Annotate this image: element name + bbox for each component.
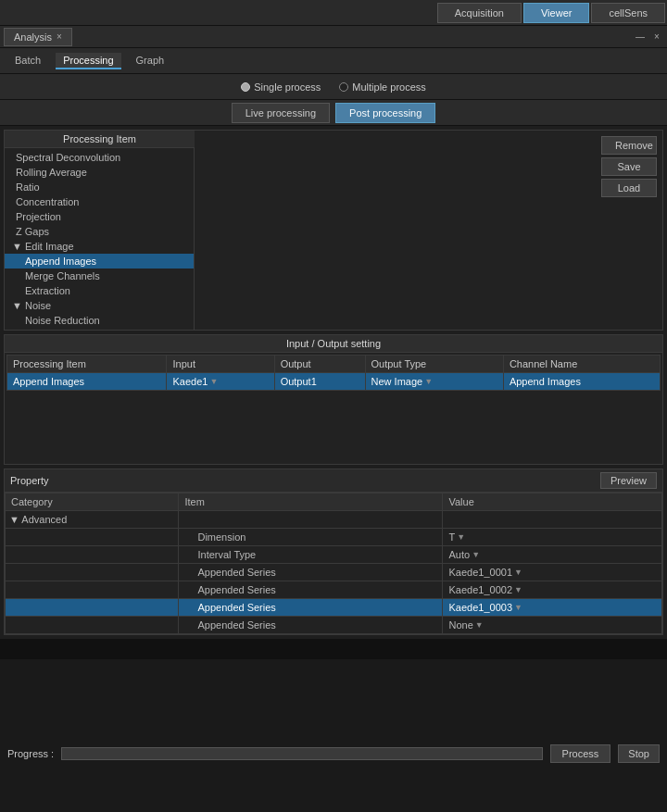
process-button[interactable]: Process	[550, 744, 611, 763]
io-input-value: Kaede1	[172, 376, 208, 387]
save-button[interactable]: Save	[601, 157, 657, 176]
prop-series3-item: Appended Series	[179, 599, 443, 617]
acquisition-button[interactable]: Acquisition	[437, 3, 522, 23]
io-table-wrapper: Processing Item Input Output Output Type…	[5, 353, 662, 464]
prop-row-dimension[interactable]: Dimension T ▼	[6, 529, 662, 546]
single-process-option[interactable]: Single process	[241, 81, 321, 93]
multiple-process-option[interactable]: Multiple process	[339, 81, 425, 93]
proc-item-append-images[interactable]: Append Images	[5, 254, 194, 269]
series1-dropdown-arrow[interactable]: ▼	[514, 568, 522, 577]
separator	[0, 639, 667, 657]
prop-dimension-item: Dimension	[179, 529, 443, 546]
prop-row-interval-type[interactable]: Interval Type Auto ▼	[6, 546, 662, 564]
proc-item-noise-reduction[interactable]: Noise Reduction	[5, 313, 194, 328]
prop-row-series-1[interactable]: Appended Series Kaede1_0001 ▼	[6, 564, 662, 581]
io-output-type-dropdown-arrow[interactable]: ▼	[424, 377, 433, 386]
top-bar: Acquisition Viewer cellSens	[0, 0, 667, 26]
stop-button[interactable]: Stop	[618, 744, 660, 763]
series1-val: Kaede1_0001	[448, 567, 512, 578]
close-button[interactable]: ×	[650, 31, 663, 42]
prop-series1-cat	[6, 564, 179, 581]
io-panel-title: Input / Output setting	[5, 335, 662, 353]
prop-row-series-2[interactable]: Appended Series Kaede1_0002 ▼	[6, 581, 662, 599]
io-cell-output-type: New Image ▼	[365, 373, 503, 391]
prop-row-category: ▼ Advanced	[6, 511, 662, 529]
prop-series3-value: Kaede1_0003 ▼	[443, 599, 662, 617]
io-row-0[interactable]: Append Images Kaede1 ▼ Output1 New Image	[7, 373, 661, 391]
tab-batch[interactable]: Batch	[7, 53, 48, 69]
proc-item-projection[interactable]: Projection	[5, 209, 194, 224]
proc-section-edit-image[interactable]: ▼ Edit Image	[5, 239, 194, 254]
series2-dropdown-arrow[interactable]: ▼	[514, 585, 522, 594]
series4-dropdown-arrow[interactable]: ▼	[475, 620, 484, 630]
proc-item-spectral[interactable]: Spectral Deconvolution	[5, 150, 194, 165]
processing-item-panel: Processing Item Spectral Deconvolution R…	[4, 130, 663, 331]
multiple-process-radio[interactable]	[339, 82, 348, 92]
tab-graph[interactable]: Graph	[129, 53, 172, 69]
prop-interval-value: Auto ▼	[443, 546, 662, 564]
load-button[interactable]: Load	[601, 179, 657, 197]
analysis-tab-bar: Analysis × — ×	[0, 26, 667, 48]
prop-row-series-4[interactable]: Appended Series None ▼	[6, 617, 662, 634]
io-cell-proc: Append Images	[7, 373, 167, 391]
post-processing-button[interactable]: Post processing	[335, 103, 435, 123]
prop-series2-item: Appended Series	[179, 581, 443, 599]
io-panel: Input / Output setting Processing Item I…	[4, 334, 663, 465]
viewer-button[interactable]: Viewer	[523, 3, 589, 23]
prop-series4-item: Appended Series	[179, 617, 443, 634]
minimize-button[interactable]: —	[634, 31, 647, 42]
io-table: Processing Item Input Output Output Type…	[6, 355, 661, 391]
processing-item-title: Processing Item	[5, 131, 195, 148]
progress-label: Progress :	[7, 748, 54, 759]
sub-tab-bar: Batch Processing Graph	[0, 48, 667, 74]
processing-right-buttons: Remove Save Load	[596, 131, 662, 330]
proc-section-noise[interactable]: ▼ Noise	[5, 298, 194, 313]
proc-item-ratio[interactable]: Ratio	[5, 180, 194, 194]
analysis-tab-close[interactable]: ×	[57, 31, 62, 42]
io-output-type-value: New Image	[371, 376, 423, 387]
property-panel-header: Property Preview	[5, 469, 662, 493]
io-cell-input: Kaede1 ▼	[167, 373, 274, 391]
proc-item-extraction[interactable]: Extraction	[5, 283, 194, 298]
analysis-tab-label: Analysis	[14, 31, 52, 43]
live-processing-button[interactable]: Live processing	[232, 103, 330, 123]
series3-dropdown-arrow[interactable]: ▼	[514, 603, 522, 612]
proc-item-merge-channels[interactable]: Merge Channels	[5, 269, 194, 283]
multiple-process-label: Multiple process	[352, 81, 425, 93]
prop-series4-cat	[6, 617, 179, 634]
io-cell-output: Output1	[274, 373, 365, 391]
proc-item-zgaps[interactable]: Z Gaps	[5, 224, 194, 239]
interval-dropdown-arrow[interactable]: ▼	[472, 550, 480, 559]
processing-item-content: Processing Item Spectral Deconvolution R…	[5, 131, 662, 330]
series4-val: None	[448, 619, 472, 631]
prop-col-value: Value	[443, 493, 662, 511]
tab-processing[interactable]: Processing	[56, 53, 120, 69]
io-col-output-type: Output Type	[365, 356, 503, 373]
prop-series2-cat	[6, 581, 179, 599]
prop-category-cell: ▼ Advanced	[6, 511, 179, 529]
io-col-output: Output	[274, 356, 365, 373]
single-process-radio[interactable]	[241, 82, 250, 92]
proc-item-rolling[interactable]: Rolling Average	[5, 165, 194, 180]
property-table: Category Item Value ▼ Advanced Dimension	[5, 493, 662, 634]
series3-val: Kaede1_0003	[448, 602, 512, 613]
preview-button[interactable]: Preview	[600, 472, 657, 489]
property-title: Property	[10, 475, 49, 486]
progress-bar	[61, 747, 542, 760]
prop-series2-value: Kaede1_0002 ▼	[443, 581, 662, 599]
analysis-tab[interactable]: Analysis ×	[4, 28, 72, 46]
series2-val: Kaede1_0002	[448, 584, 512, 595]
dimension-dropdown-arrow[interactable]: ▼	[457, 532, 465, 542]
prop-category-value	[443, 511, 662, 529]
io-input-dropdown-arrow[interactable]: ▼	[209, 377, 218, 386]
interval-val: Auto	[448, 549, 470, 560]
cellsens-button[interactable]: cellSens	[591, 3, 665, 23]
prop-category-item	[179, 511, 443, 529]
dimension-val: T	[448, 531, 455, 543]
prop-dimension-value: T ▼	[443, 529, 662, 546]
proc-item-concentration[interactable]: Concentration	[5, 194, 194, 209]
prop-row-series-3[interactable]: Appended Series Kaede1_0003 ▼	[6, 599, 662, 617]
io-cell-channel: Append Images	[503, 373, 660, 391]
mode-row: Single process Multiple process	[0, 74, 667, 100]
remove-button[interactable]: Remove	[601, 136, 657, 155]
